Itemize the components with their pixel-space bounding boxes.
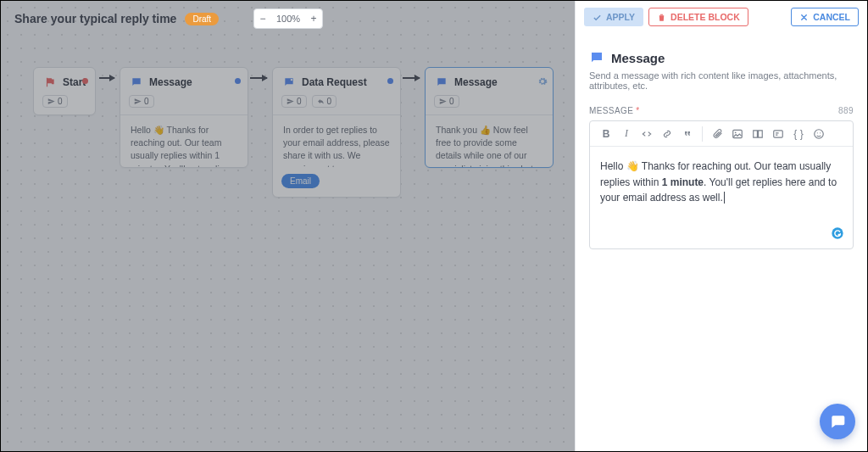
message-icon [434,75,449,90]
field-chip-email: Email [281,174,320,188]
emoji-button[interactable] [810,125,828,143]
grammarly-icon[interactable] [831,226,844,240]
attachment-button[interactable] [708,125,726,143]
svg-point-7 [832,227,843,238]
block-settings-panel: APPLY DELETE BLOCK CANCEL Message Send a… [575,1,867,451]
svg-rect-3 [774,130,783,137]
gear-icon[interactable] [537,76,548,86]
node-label: Message [454,76,498,88]
card-button[interactable] [748,125,767,143]
zoom-control: − 100% + [253,8,323,29]
node-message-1[interactable]: Message 0 Hello 👋 Thanks for reaching ou… [120,67,248,168]
node-start[interactable]: Start 0 [33,67,96,115]
attribute-button[interactable]: { } [789,125,808,143]
connector-arrow [99,77,114,79]
flow-title: Share your typical reply time [14,12,176,25]
connector-arrow [403,77,420,79]
zoom-out-button[interactable]: − [254,13,271,25]
chat-widget-button[interactable] [820,404,855,439]
data-request-icon [281,75,297,90]
status-dot [387,78,393,84]
quote-button[interactable] [678,125,697,143]
svg-point-6 [820,132,821,133]
svg-point-5 [817,132,818,133]
sent-count-badge: 0 [42,95,68,108]
flag-icon [42,75,58,90]
rich-text-editor: B I [589,120,854,249]
cancel-button[interactable]: CANCEL [791,8,859,26]
draft-badge: Draft [185,13,219,25]
bold-button[interactable]: B [597,125,615,143]
apply-button[interactable]: APPLY [584,8,643,26]
node-message-2[interactable]: Message 0 Thank you 👍 Now feel free to p… [425,67,554,168]
svg-point-4 [815,129,824,138]
node-preview: In order to get replies to your email ad… [273,114,400,167]
sent-count-badge: 0 [281,95,307,108]
panel-action-bar: APPLY DELETE BLOCK CANCEL [576,1,867,33]
message-icon [129,75,144,90]
link-button[interactable] [658,125,676,143]
code-button[interactable] [637,125,656,143]
node-preview: Thank you 👍 Now feel free to provide som… [426,114,553,167]
delete-block-button[interactable]: DELETE BLOCK [648,8,748,26]
status-dot [82,78,88,84]
svg-point-0 [291,79,292,81]
status-dot [235,78,241,84]
zoom-in-button[interactable]: + [305,13,322,25]
message-icon [589,50,604,65]
char-counter: 889 [838,106,854,115]
sent-count-badge: 0 [129,95,154,108]
node-label: Data Request [302,76,367,88]
quick-reply-button[interactable] [769,125,787,143]
panel-subtitle: Send a message with rich content like im… [589,70,854,91]
reply-count-badge: 0 [312,95,337,108]
editor-toolbar: B I [590,121,853,147]
sent-count-badge: 0 [434,95,459,108]
node-data-request[interactable]: Data Request 0 0 In order to get replies… [272,67,401,198]
message-textarea[interactable]: Hello 👋 Thanks for reaching out. Our tea… [590,147,853,248]
image-button[interactable] [728,125,747,143]
message-field-label: MESSAGE* 889 [589,106,854,115]
node-label: Message [149,76,192,88]
panel-title: Message [611,51,665,65]
flow-canvas[interactable]: Share your typical reply time Draft − 10… [1,1,576,451]
zoom-level: 100% [271,14,305,24]
svg-point-2 [735,131,737,133]
italic-button[interactable]: I [617,125,636,143]
connector-arrow [250,77,267,79]
node-preview: Hello 👋 Thanks for reaching out. Our tea… [120,114,248,167]
